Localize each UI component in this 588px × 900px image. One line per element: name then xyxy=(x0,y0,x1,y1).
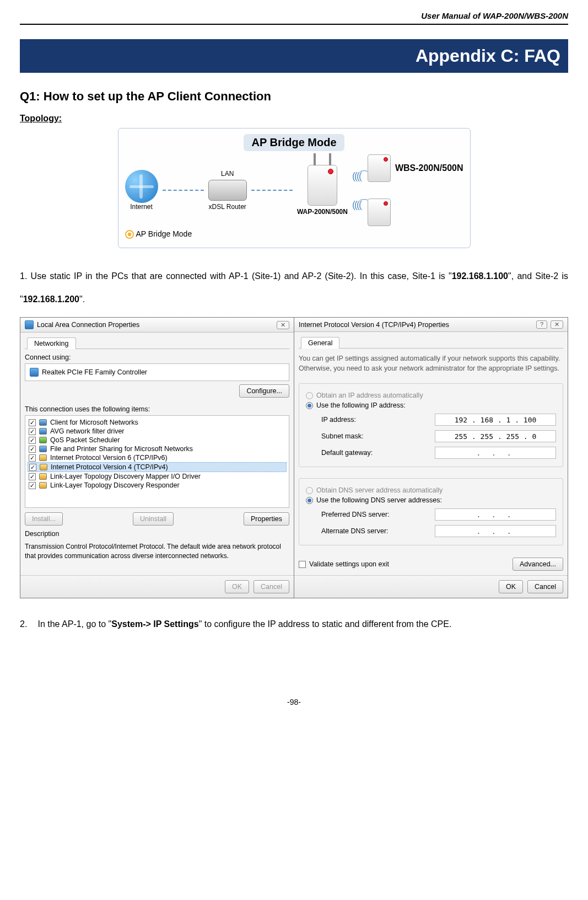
connect-using-label: Connect using: xyxy=(25,353,289,361)
ok-button[interactable]: OK xyxy=(499,580,523,593)
titlebar: Internet Protocol Version 4 (TCP/IPv4) P… xyxy=(294,318,568,332)
checkbox[interactable] xyxy=(29,473,36,480)
close-button[interactable]: ✕ xyxy=(277,321,289,329)
nic-icon xyxy=(25,320,34,329)
component-icon xyxy=(39,454,47,461)
dashed-link xyxy=(163,190,204,191)
bridge-mode-dot-icon xyxy=(125,230,134,239)
component-icon xyxy=(39,428,47,435)
checkbox[interactable] xyxy=(29,419,36,426)
list-item[interactable]: Link-Layer Topology Discovery Mapper I/O… xyxy=(28,472,287,481)
router-icon xyxy=(208,180,247,201)
mode-badge-text: AP Bridge Mode xyxy=(136,229,192,238)
tabstrip: General xyxy=(299,336,563,349)
globe-icon xyxy=(125,170,158,203)
subnet-mask-label: Subnet mask: xyxy=(321,432,429,440)
nic-icon xyxy=(30,368,39,377)
topology-router: LAN xDSL Router xyxy=(208,170,247,211)
topology-label: Topology: xyxy=(20,114,568,124)
list-item-label: Internet Protocol Version 4 (TCP/IPv4) xyxy=(51,463,168,471)
internet-label: Internet xyxy=(130,203,153,211)
validate-checkbox[interactable] xyxy=(299,561,306,568)
list-item[interactable]: Internet Protocol Version 6 (TCP/IPv6) xyxy=(28,453,287,462)
list-item[interactable]: File and Printer Sharing for Microsoft N… xyxy=(28,444,287,453)
ip-hint-text: You can get IP settings assigned automat… xyxy=(299,354,563,373)
topology-center-device: WAP-200N/500N xyxy=(297,165,348,216)
component-icon xyxy=(39,419,47,426)
radio-auto-ip[interactable] xyxy=(306,392,313,399)
mode-badge-row: AP Bridge Mode xyxy=(125,229,463,239)
checkbox[interactable] xyxy=(29,446,36,453)
client-device-icon xyxy=(368,199,391,226)
checkbox[interactable] xyxy=(29,428,36,435)
cancel-button[interactable]: Cancel xyxy=(253,580,289,593)
preferred-dns-input[interactable]: . . . xyxy=(435,508,556,521)
topology-diagram: AP Bridge Mode Internet LAN xDSL Router … xyxy=(118,128,471,248)
list-item[interactable]: Link-Layer Topology Discovery Responder xyxy=(28,481,287,490)
list-item-label: Link-Layer Topology Discovery Responder xyxy=(50,481,180,489)
validate-checkbox-label: Validate settings upon exit xyxy=(309,560,389,568)
default-gateway-label: Default gateway: xyxy=(321,449,429,457)
list-item[interactable]: Client for Microsoft Networks xyxy=(28,418,287,427)
radio-static-dns[interactable] xyxy=(306,497,313,504)
appendix-title-banner: Appendix C: FAQ xyxy=(20,39,568,73)
topology-internet: Internet xyxy=(125,170,158,211)
dialog-title: Internet Protocol Version 4 (TCP/IPv4) P… xyxy=(299,321,449,329)
checkbox[interactable] xyxy=(29,482,36,489)
wifi-arc-icon: (((( ͡ xyxy=(352,199,363,211)
ip-address-label: IP address: xyxy=(321,416,429,424)
list-item[interactable]: AVG network filter driver xyxy=(28,427,287,436)
running-head: User Manual of WAP-200N/WBS-200N xyxy=(20,11,568,25)
install-button[interactable]: Install... xyxy=(25,512,63,526)
checkbox[interactable] xyxy=(29,454,36,462)
titlebar: Local Area Connection Properties ✕ xyxy=(20,318,294,333)
tab-networking[interactable]: Networking xyxy=(27,338,76,349)
list-item-label: Client for Microsoft Networks xyxy=(50,419,138,426)
default-gateway-input[interactable]: . . . xyxy=(435,447,556,459)
list-item-label: Link-Layer Topology Discovery Mapper I/O… xyxy=(50,473,201,480)
alternate-dns-input[interactable]: . . . xyxy=(435,525,556,537)
radio-static-ip[interactable] xyxy=(306,402,313,409)
right-device-label: WBS-200N/500N xyxy=(395,163,463,173)
adapter-name: Realtek PCIe FE Family Controller xyxy=(42,368,147,376)
list-item[interactable]: QoS Packet Scheduler xyxy=(28,436,287,444)
tab-general[interactable]: General xyxy=(301,337,339,349)
network-items-list[interactable]: Client for Microsoft Networks AVG networ… xyxy=(25,415,289,508)
description-label: Description xyxy=(25,530,289,538)
list-item-label: AVG network filter driver xyxy=(50,427,125,435)
description-text: Transmission Control Protocol/Internet P… xyxy=(25,542,289,561)
component-icon xyxy=(39,437,47,443)
uninstall-button[interactable]: Uninstall xyxy=(133,512,174,526)
list-item-selected[interactable]: Internet Protocol Version 4 (TCP/IPv4) xyxy=(28,462,287,472)
router-label: xDSL Router xyxy=(209,203,246,211)
list-item-label: File and Printer Sharing for Microsoft N… xyxy=(50,445,193,453)
checkbox[interactable] xyxy=(29,437,36,444)
ip-address-input[interactable]: 192 . 168 . 1 . 100 xyxy=(435,414,556,426)
radio-static-ip-label: Use the following IP address: xyxy=(316,401,406,409)
dns-group: Obtain DNS server address automatically … xyxy=(299,478,563,545)
component-icon xyxy=(39,446,47,452)
ok-button[interactable]: OK xyxy=(225,580,249,593)
ap-device-icon xyxy=(308,165,337,206)
component-icon xyxy=(40,464,47,470)
properties-button[interactable]: Properties xyxy=(244,512,289,526)
dialog-title: Local Area Connection Properties xyxy=(37,321,139,329)
lan-properties-dialog: Local Area Connection Properties ✕ Netwo… xyxy=(20,317,294,598)
radio-auto-ip-label: Obtain an IP address automatically xyxy=(316,392,423,399)
help-button[interactable]: ? xyxy=(536,320,547,329)
cancel-button[interactable]: Cancel xyxy=(527,580,563,593)
step-1-text: 1. Use static IP in the PCs that are con… xyxy=(20,265,568,310)
items-label: This connection uses the following items… xyxy=(25,405,289,413)
lan-label: LAN xyxy=(221,170,234,178)
center-device-label: WAP-200N/500N xyxy=(297,208,348,216)
subnet-mask-input[interactable]: 255 . 255 . 255 . 0 xyxy=(435,430,556,442)
ip-group: Obtain an IP address automatically Use t… xyxy=(299,383,563,467)
topology-title: AP Bridge Mode xyxy=(125,134,463,151)
configure-button[interactable]: Configure... xyxy=(239,384,289,398)
close-button[interactable]: ✕ xyxy=(551,320,563,329)
advanced-button[interactable]: Advanced... xyxy=(513,558,563,571)
preferred-dns-label: Preferred DNS server: xyxy=(321,511,429,518)
step-2-text: 2. In the AP-1, go to "System-> IP Setti… xyxy=(20,617,568,631)
tabstrip: Networking xyxy=(25,337,289,349)
checkbox[interactable] xyxy=(29,464,36,471)
